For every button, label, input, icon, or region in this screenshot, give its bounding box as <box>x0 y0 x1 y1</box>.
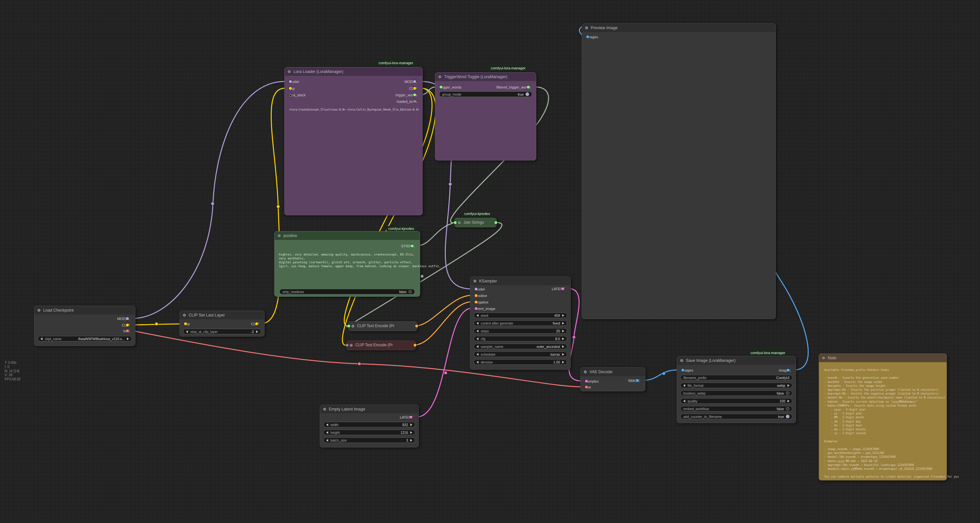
widget-batch-size[interactable]: batch_size3 <box>323 437 415 443</box>
widget-ckpt-name[interactable]: ckpt_nameil\waiNSFWIllustrious_v110.s... <box>38 336 132 341</box>
widget-add-counter-to-filename[interactable]: add_counter_to_filenametrue <box>680 414 792 419</box>
toggle-off-icon[interactable] <box>786 407 789 410</box>
clip-port[interactable] <box>184 322 187 325</box>
images-out-port[interactable] <box>786 369 789 372</box>
toggle-on-icon[interactable] <box>525 92 529 96</box>
collapse-dot[interactable] <box>351 325 355 328</box>
widget-height[interactable]: height1216 <box>323 429 415 435</box>
images-port[interactable] <box>681 369 684 372</box>
samples-port[interactable] <box>585 380 588 383</box>
toggle-on-icon[interactable] <box>786 415 789 418</box>
widget-file-format[interactable]: file_formatwebp <box>680 383 792 388</box>
widget-control-after-generate[interactable]: control after generatefixed <box>474 320 567 326</box>
collapsed-out-port[interactable] <box>414 344 417 347</box>
trigger-words-out-port[interactable] <box>413 94 416 96</box>
collapse-dot[interactable] <box>473 279 477 283</box>
increment-arrow-icon[interactable] <box>127 338 129 340</box>
increment-arrow-icon[interactable] <box>788 400 789 403</box>
widget-filename-prefix[interactable]: filename_prefixComfyUI <box>680 375 792 380</box>
node-load-checkpoint[interactable]: Load Checkpoint MODEL CLIP VAE ckpt_name… <box>34 306 135 346</box>
increment-arrow-icon[interactable] <box>562 322 564 325</box>
decrement-arrow-icon[interactable] <box>683 384 685 387</box>
toggle-off-icon[interactable] <box>786 391 789 395</box>
node-join-strings[interactable]: Join Strings <box>455 218 496 227</box>
decrement-arrow-icon[interactable] <box>477 361 479 363</box>
node-graph-canvas[interactable]: T: 0.00sI: 0N: 14 [14] V: 28FPS:58.82 Pr… <box>0 0 980 523</box>
latent-out-port[interactable] <box>561 287 564 290</box>
clip-out-port[interactable] <box>413 87 416 90</box>
decrement-arrow-icon[interactable] <box>477 322 479 325</box>
decrement-arrow-icon[interactable] <box>186 330 188 333</box>
collapsed-out-port[interactable] <box>415 325 418 328</box>
widget-group-mode[interactable]: group_mode true <box>439 92 532 97</box>
node-clip-set-last-layer[interactable]: CLIP Set Last Layer clip CLIP stop_at_cl… <box>180 311 264 336</box>
model-out-port[interactable] <box>126 317 129 320</box>
widget-sampler-name[interactable]: sampler_nameeuler_ancestral <box>474 344 567 349</box>
node-note[interactable]: Note Available filename_prefix Pattern C… <box>819 353 947 480</box>
increment-arrow-icon[interactable] <box>410 439 412 442</box>
clip-out-port[interactable] <box>255 322 258 325</box>
clip-port[interactable] <box>289 87 292 90</box>
widget-lossless-webp[interactable]: lossless_webpfalse <box>680 390 792 396</box>
collapsed-out-port[interactable] <box>495 221 497 224</box>
node-vae-decode[interactable]: VAE Decode samples vae IMAGE <box>581 368 645 391</box>
node-clip-text-encode-positive[interactable]: CLIP Text Encode (Pr <box>348 321 417 331</box>
collapse-dot[interactable] <box>323 407 326 411</box>
collapsed-in-port[interactable] <box>454 221 457 224</box>
collapse-dot[interactable] <box>288 70 291 73</box>
widget-seed[interactable]: seed409 <box>474 312 567 318</box>
decrement-arrow-icon[interactable] <box>41 338 43 340</box>
images-port[interactable] <box>586 35 589 38</box>
lora-syntax-text[interactable]: <lora:CreateConcept_Illustrious:0.8> <lo… <box>289 108 419 111</box>
widget-scheduler[interactable]: schedulerkarras <box>474 352 567 357</box>
increment-arrow-icon[interactable] <box>562 361 564 363</box>
collapse-dot[interactable] <box>183 314 186 317</box>
decrement-arrow-icon[interactable] <box>477 338 479 340</box>
collapse-dot[interactable] <box>680 359 683 362</box>
collapse-dot[interactable] <box>458 221 461 224</box>
increment-arrow-icon[interactable] <box>562 330 564 332</box>
collapse-dot[interactable] <box>584 370 587 374</box>
increment-arrow-icon[interactable] <box>410 431 412 434</box>
lora-stack-port[interactable] <box>289 94 292 97</box>
increment-arrow-icon[interactable] <box>410 423 412 426</box>
decrement-arrow-icon[interactable] <box>683 400 685 403</box>
node-titlebar[interactable] <box>819 354 947 362</box>
decrement-arrow-icon[interactable] <box>477 345 479 348</box>
widget-quality[interactable]: quality100 <box>680 398 792 404</box>
increment-arrow-icon[interactable] <box>256 330 258 333</box>
node-empty-latent-image[interactable]: Empty Latent Image LATENT width832 heigh… <box>320 405 419 447</box>
widget-denoise[interactable]: denoise1.00 <box>474 359 567 365</box>
widget-embed-workflow[interactable]: embed_workflowfalse <box>680 406 792 412</box>
widget-stop-at-clip-layer[interactable]: stop_at_clip_layer-2 <box>183 329 261 334</box>
image-out-port[interactable] <box>636 379 639 382</box>
widget-width[interactable]: width832 <box>323 422 415 427</box>
model-out-port[interactable] <box>413 80 416 83</box>
node-triggerword-toggle[interactable]: TriggerWord Toggle (LoraManager) trigger… <box>435 72 536 160</box>
node-ksampler[interactable]: KSampler model positive negative latent_… <box>470 277 571 369</box>
widget-strip-newlines[interactable]: strip_newlines false <box>280 289 415 295</box>
collapse-dot[interactable] <box>350 344 353 347</box>
loaded-loras-out-port[interactable] <box>413 100 416 103</box>
node-preview-image[interactable]: Preview Image images <box>582 23 776 319</box>
positive-port[interactable] <box>474 294 477 297</box>
increment-arrow-icon[interactable] <box>562 314 564 317</box>
decrement-arrow-icon[interactable] <box>326 423 328 426</box>
trigger-words-port[interactable] <box>439 86 442 89</box>
node-save-image[interactable]: Save Image (LoraManager) images images f… <box>677 356 796 423</box>
model-port[interactable] <box>289 80 292 83</box>
model-port[interactable] <box>474 288 477 290</box>
increment-arrow-icon[interactable] <box>562 345 564 348</box>
latent-image-port[interactable] <box>474 307 477 310</box>
decrement-arrow-icon[interactable] <box>477 353 479 356</box>
vae-port[interactable] <box>585 385 588 388</box>
decrement-arrow-icon[interactable] <box>477 314 479 317</box>
node-clip-text-encode-negative[interactable]: CLIP Text Encode (Pr <box>346 341 416 350</box>
increment-arrow-icon[interactable] <box>562 338 564 340</box>
widget-cfg[interactable]: cfg8.0 <box>474 336 567 341</box>
decrement-arrow-icon[interactable] <box>326 439 328 442</box>
collapse-dot[interactable] <box>37 309 41 312</box>
decrement-arrow-icon[interactable] <box>477 330 479 332</box>
collapse-dot[interactable] <box>438 75 441 78</box>
latent-out-port[interactable] <box>409 416 412 418</box>
